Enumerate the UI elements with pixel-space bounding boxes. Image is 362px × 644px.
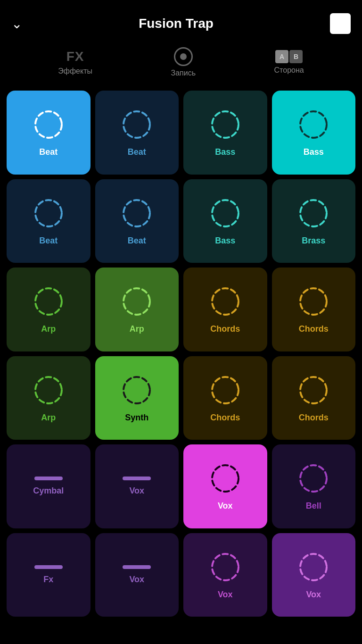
pad-label: Bass [304,147,324,157]
pad-label: Beat [128,147,146,157]
nav-record[interactable]: Запись [171,47,196,77]
pad-icon [208,108,242,143]
pad-icon [120,284,154,320]
pad-pad-16[interactable]: Chords [272,356,356,440]
pad-label: Beat [39,236,58,246]
svg-point-16 [212,465,239,492]
svg-point-11 [300,288,327,315]
pad-label: Bass [215,147,235,157]
pad-icon [123,565,151,571]
pad-icon [32,284,66,320]
pad-label: Chords [210,413,240,423]
header-square-button[interactable] [330,13,351,34]
pad-icon [296,196,330,232]
pad-icon [208,196,242,232]
pad-icon [32,196,66,232]
pad-label: Arp [130,324,144,334]
pad-pad-4[interactable]: Bass [272,91,356,175]
pad-label: Chords [210,324,240,334]
pad-icon [296,550,330,586]
pad-pad-3[interactable]: Bass [183,91,267,175]
svg-point-14 [212,377,239,403]
pad-pad-9[interactable]: Arp [7,268,90,351]
pad-pad-17[interactable]: Cymbal [7,444,90,528]
pad-pad-24[interactable]: Vox [272,533,356,617]
svg-point-19 [300,554,327,580]
pad-label: Chords [299,413,329,423]
svg-point-6 [212,200,239,226]
nav-fx[interactable]: FX Эффекты [58,49,92,75]
pad-icon [296,461,330,497]
pad-icon [296,108,330,143]
svg-point-5 [123,200,150,226]
pad-label: Brass [302,236,325,246]
pad-label: Fx [43,575,53,585]
pad-label: Synth [125,413,148,423]
pad-icon [32,108,66,143]
pad-pad-10[interactable]: Arp [95,268,179,351]
pad-icon [208,284,242,320]
pad-icon [208,373,242,409]
svg-point-9 [123,288,150,315]
pad-pad-14[interactable]: Synth [95,356,179,440]
pad-pad-12[interactable]: Chords [272,268,356,351]
record-dot [180,53,187,60]
nav-ab[interactable]: A B Сторона [274,50,304,75]
pad-label: Cymbal [33,486,64,496]
pad-pad-8[interactable]: Brass [272,179,356,263]
svg-point-8 [35,288,62,315]
pad-label: Bell [306,501,321,511]
nav-row: FX Эффекты Запись A B Сторона [0,42,362,87]
pad-pad-1[interactable]: Beat [7,91,90,175]
svg-point-0 [35,111,62,138]
pad-icon [120,108,154,143]
svg-point-17 [300,465,327,492]
record-sublabel: Запись [171,69,196,77]
pad-icon [296,284,330,320]
pad-pad-15[interactable]: Chords [183,356,267,440]
fx-sublabel: Эффекты [58,67,92,75]
pad-icon [34,565,63,571]
ab-a-button[interactable]: A [275,50,288,63]
pad-icon [208,461,242,497]
svg-point-2 [212,111,239,138]
back-chevron[interactable]: ⌄ [11,16,22,32]
pad-label: Vox [129,486,144,496]
svg-point-4 [35,200,62,226]
pad-pad-13[interactable]: Arp [7,356,90,440]
pad-pad-18[interactable]: Vox [95,444,179,528]
pad-label: Chords [299,324,329,334]
svg-point-3 [300,111,327,138]
pad-pad-21[interactable]: Fx [7,533,90,617]
svg-point-12 [35,377,62,403]
ab-b-button[interactable]: B [289,50,303,63]
pad-label: Arp [41,413,56,423]
pad-pad-11[interactable]: Chords [183,268,267,351]
pad-pad-2[interactable]: Beat [95,91,179,175]
pad-label: Bass [215,236,235,246]
pad-pad-7[interactable]: Bass [183,179,267,263]
ab-sublabel: Сторона [274,66,304,75]
svg-point-18 [212,554,239,580]
pad-label: Beat [128,236,146,246]
pad-pad-22[interactable]: Vox [95,533,179,617]
pad-icon [34,477,63,482]
pad-pad-5[interactable]: Beat [7,179,90,263]
pad-grid: Beat Beat Bass Bass Beat Beat Bass Brass [0,87,362,626]
pad-pad-19[interactable]: Vox [183,444,267,528]
pad-label: Arp [41,324,56,334]
pad-icon [120,196,154,232]
pad-icon [123,477,151,482]
pad-icon [296,373,330,409]
page-title: Fusion Trap [139,16,214,31]
pad-icon [32,373,66,409]
svg-point-10 [212,288,239,315]
pad-pad-6[interactable]: Beat [95,179,179,263]
fx-label: FX [66,49,84,64]
pad-label: Vox [218,501,233,511]
pad-pad-20[interactable]: Bell [272,444,356,528]
pad-icon [120,373,154,409]
pad-pad-23[interactable]: Vox [183,533,267,617]
pad-icon [208,550,242,586]
pad-label: Vox [218,590,233,600]
